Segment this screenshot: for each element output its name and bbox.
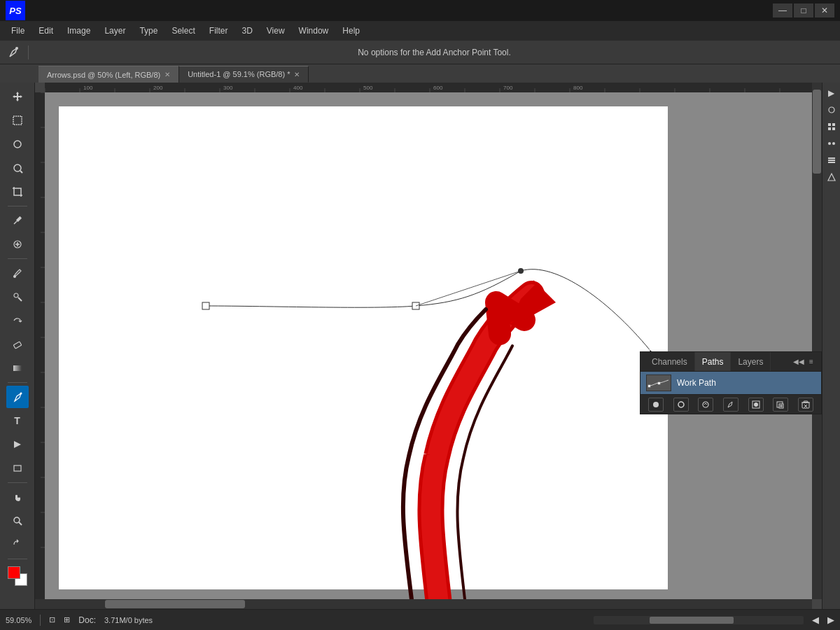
paths-panel-tabs: Channels Paths Layers [645, 352, 771, 371]
svg-point-18 [829, 107, 834, 113]
svg-line-4 [20, 171, 22, 173]
bottom-scroll[interactable] [594, 616, 804, 624]
clone-stamp-tool[interactable] [6, 286, 29, 308]
scroll-vertical[interactable] [812, 83, 822, 599]
menu-edit[interactable]: Edit [33, 24, 59, 37]
svg-rect-14 [14, 465, 21, 471]
svg-text:500: 500 [363, 85, 373, 91]
paths-panel-controls: ◀◀ ≡ [793, 356, 817, 368]
toolbar-separator-5 [8, 559, 27, 559]
svg-point-8 [13, 275, 16, 278]
tab-arrows[interactable]: Arrows.psd @ 50% (Left, RGB/8) ✕ [38, 66, 179, 83]
menu-view[interactable]: View [261, 24, 290, 37]
brush-tool[interactable] [6, 262, 29, 284]
svg-point-9 [14, 293, 18, 298]
panel-toggle-2[interactable] [824, 102, 839, 118]
close-button[interactable]: ✕ [815, 4, 834, 18]
svg-point-88 [754, 402, 758, 407]
svg-point-85 [678, 402, 684, 407]
rotate-view-tool[interactable] [6, 533, 29, 556]
panel-toggle-3[interactable] [824, 119, 839, 134]
svg-text:600: 600 [433, 85, 443, 91]
panel-toggle-1[interactable]: ▶ [824, 85, 839, 101]
menu-layer[interactable]: Layer [99, 24, 131, 37]
path-svg [59, 106, 668, 589]
paths-panel: Channels Paths Layers ◀◀ ≡ Work Path [640, 351, 822, 414]
svg-rect-25 [828, 158, 835, 159]
marquee-tool[interactable] [6, 109, 29, 132]
svg-point-23 [828, 142, 831, 145]
red-arrow-annotation [360, 218, 570, 599]
minimize-button[interactable]: — [773, 4, 792, 18]
menu-type[interactable]: Type [134, 24, 163, 37]
svg-rect-10 [13, 342, 22, 349]
tab-channels[interactable]: Channels [645, 352, 695, 371]
svg-point-79 [518, 268, 524, 274]
eyedropper-tool[interactable] [6, 209, 29, 232]
pen-tool-icon [6, 44, 22, 61]
new-path-button[interactable] [773, 398, 788, 412]
path-selection-tool[interactable] [6, 433, 29, 456]
panel-toggle-6[interactable] [824, 169, 839, 185]
svg-rect-61 [35, 92, 45, 599]
zoom-to-fit-button[interactable]: ⊡ [49, 615, 55, 624]
tab-layers[interactable]: Layers [731, 352, 771, 371]
gradient-tool[interactable] [6, 357, 29, 379]
menu-file[interactable]: File [6, 24, 30, 37]
make-work-path-button[interactable] [723, 398, 738, 412]
tab-paths[interactable]: Paths [695, 352, 732, 371]
svg-rect-20 [832, 123, 835, 126]
lasso-tool[interactable] [6, 133, 29, 155]
hand-tool-btn[interactable] [6, 486, 29, 508]
bottom-scroll-thumb[interactable] [650, 617, 734, 624]
options-bar: No options for the Add Anchor Point Tool… [0, 41, 840, 64]
panel-collapse-button[interactable]: ◀◀ [793, 356, 804, 368]
eraser-tool[interactable] [6, 333, 29, 356]
canvas-viewport[interactable] [45, 92, 812, 599]
move-tool[interactable] [6, 85, 29, 108]
menu-window[interactable]: Window [293, 24, 335, 37]
panel-menu-button[interactable]: ≡ [806, 356, 817, 368]
work-path-item[interactable]: Work Path [640, 372, 821, 394]
scroll-thumb-horizontal[interactable] [105, 600, 245, 608]
crop-tool[interactable] [6, 181, 29, 203]
svg-point-86 [703, 402, 708, 407]
svg-line-80 [416, 271, 521, 306]
svg-rect-77 [412, 302, 419, 309]
tab-arrows-close[interactable]: ✕ [164, 71, 170, 78]
menu-filter[interactable]: Filter [204, 24, 234, 37]
maximize-button[interactable]: □ [794, 4, 813, 18]
scroll-horizontal[interactable] [35, 599, 812, 609]
svg-point-2 [14, 141, 21, 148]
panel-toggle-4[interactable] [824, 136, 839, 151]
arrange-button[interactable]: ⊞ [64, 615, 70, 624]
tab-untitled[interactable]: Untitled-1 @ 59.1% (RGB/8) * ✕ [179, 66, 309, 83]
scroll-left-btn[interactable]: ◀ [812, 615, 819, 625]
menu-3d[interactable]: 3D [236, 24, 258, 37]
quick-select-tool[interactable] [6, 157, 29, 179]
work-path-label: Work Path [677, 378, 716, 388]
add-mask-button[interactable] [748, 398, 764, 412]
scroll-right-btn[interactable]: ▶ [827, 615, 834, 625]
menu-help[interactable]: Help [337, 24, 365, 37]
foreground-color-swatch[interactable] [8, 566, 20, 579]
history-brush-tool[interactable] [6, 309, 29, 332]
menu-select[interactable]: Select [166, 24, 200, 37]
load-path-button[interactable] [698, 398, 713, 412]
fill-path-button[interactable] [648, 398, 664, 412]
svg-text:800: 800 [573, 85, 583, 91]
delete-path-button[interactable] [798, 398, 813, 412]
svg-marker-28 [828, 174, 835, 181]
zoom-tool-btn[interactable] [6, 510, 29, 532]
healing-tool[interactable] [6, 233, 29, 255]
panel-toggle-5[interactable] [824, 153, 839, 168]
svg-rect-21 [828, 127, 831, 130]
menu-image[interactable]: Image [62, 24, 96, 37]
scroll-thumb-vertical[interactable] [813, 90, 821, 174]
canvas-area: 100 200 300 400 500 600 700 800 [35, 83, 822, 609]
type-tool-btn[interactable]: T [6, 410, 29, 432]
stroke-path-button[interactable] [673, 398, 689, 412]
pen-tool-btn[interactable] [6, 386, 29, 408]
tab-untitled-close[interactable]: ✕ [294, 71, 300, 78]
shape-tool-btn[interactable] [6, 457, 29, 479]
